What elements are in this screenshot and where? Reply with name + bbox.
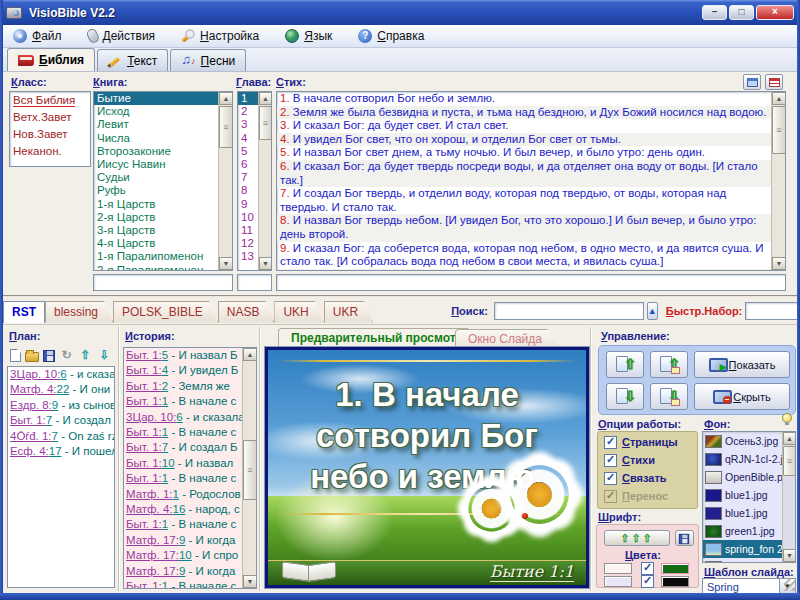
- book-list-item[interactable]: 4-я Царств: [94, 237, 218, 250]
- plan-item[interactable]: 3Цар. 10:6 - и сказал: [8, 367, 114, 382]
- book-list-item[interactable]: 3-я Царств: [94, 224, 218, 237]
- save-plan-icon[interactable]: [43, 350, 55, 362]
- book-list-item[interactable]: Левит: [94, 118, 218, 131]
- book-scrollbar[interactable]: ▲ ▼: [218, 92, 232, 270]
- checkbox-icon[interactable]: [604, 436, 617, 449]
- background-item[interactable]: Осень3.jpg: [703, 432, 782, 450]
- class-list-item[interactable]: Нов.Завет: [10, 126, 90, 143]
- option-row[interactable]: Перенос: [598, 486, 697, 504]
- shadow-color-swatch[interactable]: [604, 576, 632, 587]
- history-item[interactable]: Матф. 17:9 - И когда: [124, 533, 242, 548]
- history-item[interactable]: Быт. 1:1 - В начале с: [124, 471, 242, 486]
- history-item[interactable]: Матф. 17:9 - И когда: [124, 564, 242, 579]
- tab-bible[interactable]: Библия: [7, 48, 95, 71]
- refresh-icon[interactable]: ↻: [59, 348, 74, 362]
- open-plan-icon[interactable]: [25, 352, 39, 362]
- translation-tab-ukr[interactable]: UKR: [324, 301, 373, 323]
- scroll-down-icon[interactable]: ▼: [259, 257, 272, 270]
- plan-item[interactable]: Есф. 4:17 - И пошел: [8, 444, 114, 459]
- background-scrollbar[interactable]: ▲ ▼: [782, 432, 795, 562]
- background-item[interactable]: spring_fon 2: [703, 540, 782, 558]
- scroll-thumb[interactable]: [219, 106, 233, 148]
- quick-set-input[interactable]: [745, 302, 800, 320]
- scroll-thumb[interactable]: [259, 106, 272, 140]
- history-item[interactable]: Быт. 1:1 - В начале с: [124, 579, 242, 588]
- option-row[interactable]: Стихи: [598, 450, 697, 468]
- history-item[interactable]: Матф. 4:16 - народ, с: [124, 502, 242, 517]
- chapter-list-item[interactable]: 8: [238, 184, 258, 197]
- translation-tab-nasb[interactable]: NASB: [218, 301, 275, 323]
- background-item[interactable]: blue1.jpg: [703, 504, 782, 522]
- next-slide-button[interactable]: ⇩: [650, 383, 688, 410]
- background-item[interactable]: green1.jpg: [703, 522, 782, 540]
- chapter-list-item[interactable]: 12: [238, 237, 258, 250]
- chapter-list-item[interactable]: 13: [238, 250, 258, 263]
- scroll-thumb[interactable]: [772, 106, 786, 154]
- chapter-list-item[interactable]: 7: [238, 171, 258, 184]
- background-item[interactable]: qRJN-1cl-2.j: [703, 450, 782, 468]
- scroll-down-icon[interactable]: ▼: [783, 549, 796, 562]
- scroll-up-icon[interactable]: ▲: [243, 348, 257, 361]
- menu-help[interactable]: ?Справка: [358, 29, 424, 43]
- scroll-down-icon[interactable]: ▼: [219, 257, 233, 270]
- checkbox-icon[interactable]: [604, 454, 617, 467]
- class-list-item[interactable]: Неканон.: [10, 143, 90, 160]
- history-item[interactable]: 3Цар. 10:6 - и сказала: [124, 410, 242, 425]
- translation-tab-blessing[interactable]: blessing: [45, 301, 113, 323]
- plan-item[interactable]: 4Ōŕđ. 1:7 - On zaś rz: [8, 429, 114, 444]
- verse-list-button[interactable]: [765, 74, 783, 90]
- history-item[interactable]: Быт. 1:1 - В начале с: [124, 517, 242, 532]
- verse-list-item[interactable]: 6. И сказал Бог: да будет твердь посреди…: [277, 160, 771, 187]
- scroll-up-icon[interactable]: ▲: [219, 92, 233, 105]
- show-button[interactable]: ▶Показать: [694, 351, 790, 378]
- book-filter-input[interactable]: [93, 274, 233, 291]
- book-list-item[interactable]: 1-я Паралипоменон: [94, 250, 218, 263]
- minimize-button[interactable]: –: [702, 5, 727, 20]
- tab-preview[interactable]: Предварительный просмотр: [278, 328, 480, 347]
- background-item[interactable]: OpenBible.p: [703, 468, 782, 486]
- verse-quick-input[interactable]: [276, 274, 786, 291]
- verse-scrollbar[interactable]: ▲ ▼: [771, 92, 785, 270]
- tab-slide-window[interactable]: Окно Слайда: [455, 329, 559, 347]
- scroll-thumb[interactable]: [243, 440, 257, 500]
- plan-item[interactable]: Быт. 1:7 - И создал Б: [8, 413, 114, 428]
- history-item[interactable]: Быт. 1:10 - И назвал: [124, 456, 242, 471]
- next-page-button[interactable]: ⇩: [606, 383, 644, 410]
- chapter-scrollbar[interactable]: ▲ ▼: [258, 92, 271, 270]
- menu-settings[interactable]: Настройка: [181, 29, 259, 43]
- translation-tab-polsk-bible[interactable]: POLSK_BIBLE: [113, 301, 218, 323]
- chapter-list-item[interactable]: 3: [238, 118, 258, 131]
- book-list-item[interactable]: 1-я Царств: [94, 198, 218, 211]
- chapter-filter-input[interactable]: [237, 274, 272, 291]
- history-item[interactable]: Быт. 1:1 - В начале с: [124, 425, 242, 440]
- history-item[interactable]: Быт. 1:1 - В начале с: [124, 394, 242, 409]
- scroll-thumb[interactable]: [783, 446, 796, 476]
- outline-color-swatch[interactable]: [661, 563, 689, 574]
- chapter-list-item[interactable]: 11: [238, 224, 258, 237]
- history-item[interactable]: Быт. 1:7 - И создал Б: [124, 440, 242, 455]
- verse-list-item[interactable]: 5. И назвал Бог свет днем, а тьму ночью.…: [277, 146, 771, 160]
- history-item[interactable]: Быт. 1:5 - И назвал Б: [124, 348, 242, 363]
- search-up-icon[interactable]: ▲: [647, 302, 658, 320]
- history-item[interactable]: Быт. 1:4 - И увидел Б: [124, 363, 242, 378]
- book-list-item[interactable]: 2-я Царств: [94, 211, 218, 224]
- move-up-icon[interactable]: ⇧: [78, 348, 93, 362]
- checkbox-icon[interactable]: [604, 472, 617, 485]
- book-list-item[interactable]: Исход: [94, 105, 218, 118]
- maximize-button[interactable]: □: [729, 5, 754, 20]
- tab-songs[interactable]: ♫♪Песни: [170, 49, 246, 71]
- scroll-up-icon[interactable]: ▲: [259, 92, 272, 105]
- plan-item[interactable]: Матф. 4:22 - И они т: [8, 382, 114, 397]
- verse-list-item[interactable]: 7. И создал Бог твердь, и отделил воду, …: [277, 187, 771, 214]
- chapter-list-item[interactable]: 2: [238, 105, 258, 118]
- verse-list-item[interactable]: 10. И назвал Бог сушу землею, а собрание…: [277, 269, 771, 270]
- translation-tab-ukh[interactable]: UKH: [274, 301, 323, 323]
- history-item[interactable]: Матф. 17:10 - И спро: [124, 548, 242, 563]
- text-color-swatch[interactable]: [604, 563, 632, 574]
- option-row[interactable]: Страницы: [598, 432, 697, 450]
- translation-tab-rst[interactable]: RST: [3, 301, 45, 323]
- book-list-item[interactable]: 2-я Паралипоменон: [94, 264, 218, 270]
- hide-button[interactable]: −Скрыть: [694, 383, 790, 410]
- save-font-button[interactable]: [675, 530, 694, 546]
- history-scrollbar[interactable]: ▲ ▼: [242, 348, 256, 588]
